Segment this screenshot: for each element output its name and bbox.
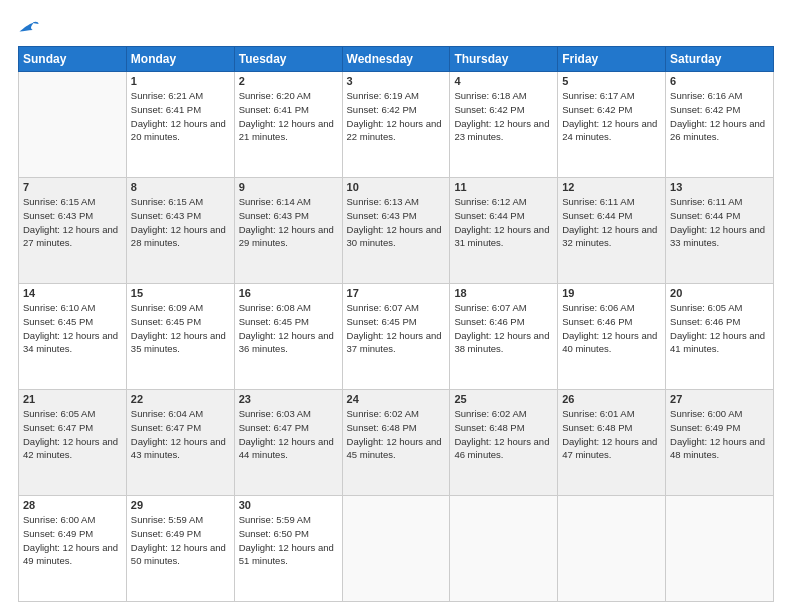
calendar-cell: 8 Sunrise: 6:15 AM Sunset: 6:43 PM Dayli… <box>126 178 234 284</box>
sunrise-label: Sunrise: 6:03 AM <box>239 408 311 419</box>
day-info: Sunrise: 6:21 AM Sunset: 6:41 PM Dayligh… <box>131 89 230 144</box>
calendar-cell: 21 Sunrise: 6:05 AM Sunset: 6:47 PM Dayl… <box>19 390 127 496</box>
day-info: Sunrise: 6:00 AM Sunset: 6:49 PM Dayligh… <box>23 513 122 568</box>
day-number: 30 <box>239 499 338 511</box>
day-info: Sunrise: 6:15 AM Sunset: 6:43 PM Dayligh… <box>23 195 122 250</box>
sunrise-label: Sunrise: 6:21 AM <box>131 90 203 101</box>
week-row-4: 21 Sunrise: 6:05 AM Sunset: 6:47 PM Dayl… <box>19 390 774 496</box>
sunrise-label: Sunrise: 6:13 AM <box>347 196 419 207</box>
day-info: Sunrise: 6:10 AM Sunset: 6:45 PM Dayligh… <box>23 301 122 356</box>
day-number: 9 <box>239 181 338 193</box>
day-number: 15 <box>131 287 230 299</box>
day-number: 1 <box>131 75 230 87</box>
day-number: 11 <box>454 181 553 193</box>
calendar-cell: 20 Sunrise: 6:05 AM Sunset: 6:46 PM Dayl… <box>666 284 774 390</box>
daylight-label: Daylight: 12 hours and 37 minutes. <box>347 330 442 355</box>
sunset-label: Sunset: 6:42 PM <box>562 104 632 115</box>
sunset-label: Sunset: 6:43 PM <box>131 210 201 221</box>
calendar-cell: 25 Sunrise: 6:02 AM Sunset: 6:48 PM Dayl… <box>450 390 558 496</box>
sunset-label: Sunset: 6:45 PM <box>23 316 93 327</box>
calendar-cell <box>19 72 127 178</box>
day-number: 8 <box>131 181 230 193</box>
sunset-label: Sunset: 6:43 PM <box>239 210 309 221</box>
calendar-cell: 4 Sunrise: 6:18 AM Sunset: 6:42 PM Dayli… <box>450 72 558 178</box>
sunrise-label: Sunrise: 6:17 AM <box>562 90 634 101</box>
day-info: Sunrise: 5:59 AM Sunset: 6:49 PM Dayligh… <box>131 513 230 568</box>
daylight-label: Daylight: 12 hours and 38 minutes. <box>454 330 549 355</box>
day-number: 14 <box>23 287 122 299</box>
daylight-label: Daylight: 12 hours and 40 minutes. <box>562 330 657 355</box>
day-info: Sunrise: 6:14 AM Sunset: 6:43 PM Dayligh… <box>239 195 338 250</box>
daylight-label: Daylight: 12 hours and 30 minutes. <box>347 224 442 249</box>
daylight-label: Daylight: 12 hours and 27 minutes. <box>23 224 118 249</box>
sunrise-label: Sunrise: 6:00 AM <box>23 514 95 525</box>
sunrise-label: Sunrise: 6:09 AM <box>131 302 203 313</box>
sunrise-label: Sunrise: 6:04 AM <box>131 408 203 419</box>
calendar-cell: 13 Sunrise: 6:11 AM Sunset: 6:44 PM Dayl… <box>666 178 774 284</box>
daylight-label: Daylight: 12 hours and 47 minutes. <box>562 436 657 461</box>
calendar-cell: 17 Sunrise: 6:07 AM Sunset: 6:45 PM Dayl… <box>342 284 450 390</box>
sunset-label: Sunset: 6:47 PM <box>131 422 201 433</box>
sunset-label: Sunset: 6:50 PM <box>239 528 309 539</box>
sunset-label: Sunset: 6:49 PM <box>670 422 740 433</box>
day-number: 20 <box>670 287 769 299</box>
calendar-cell: 11 Sunrise: 6:12 AM Sunset: 6:44 PM Dayl… <box>450 178 558 284</box>
daylight-label: Daylight: 12 hours and 31 minutes. <box>454 224 549 249</box>
sunset-label: Sunset: 6:41 PM <box>131 104 201 115</box>
logo <box>18 18 44 36</box>
day-info: Sunrise: 6:07 AM Sunset: 6:45 PM Dayligh… <box>347 301 446 356</box>
daylight-label: Daylight: 12 hours and 34 minutes. <box>23 330 118 355</box>
weekday-wednesday: Wednesday <box>342 47 450 72</box>
sunrise-label: Sunrise: 6:11 AM <box>670 196 742 207</box>
sunrise-label: Sunrise: 6:20 AM <box>239 90 311 101</box>
day-number: 29 <box>131 499 230 511</box>
calendar-cell: 2 Sunrise: 6:20 AM Sunset: 6:41 PM Dayli… <box>234 72 342 178</box>
day-info: Sunrise: 6:19 AM Sunset: 6:42 PM Dayligh… <box>347 89 446 144</box>
sunrise-label: Sunrise: 6:02 AM <box>454 408 526 419</box>
calendar-cell: 10 Sunrise: 6:13 AM Sunset: 6:43 PM Dayl… <box>342 178 450 284</box>
day-info: Sunrise: 6:02 AM Sunset: 6:48 PM Dayligh… <box>454 407 553 462</box>
weekday-tuesday: Tuesday <box>234 47 342 72</box>
calendar-cell: 9 Sunrise: 6:14 AM Sunset: 6:43 PM Dayli… <box>234 178 342 284</box>
page: SundayMondayTuesdayWednesdayThursdayFrid… <box>0 0 792 612</box>
logo-bird-icon <box>18 18 40 36</box>
daylight-label: Daylight: 12 hours and 50 minutes. <box>131 542 226 567</box>
sunrise-label: Sunrise: 6:02 AM <box>347 408 419 419</box>
sunrise-label: Sunrise: 6:15 AM <box>23 196 95 207</box>
calendar-cell <box>342 496 450 602</box>
sunrise-label: Sunrise: 6:06 AM <box>562 302 634 313</box>
sunset-label: Sunset: 6:43 PM <box>23 210 93 221</box>
weekday-header-row: SundayMondayTuesdayWednesdayThursdayFrid… <box>19 47 774 72</box>
sunset-label: Sunset: 6:49 PM <box>23 528 93 539</box>
weekday-thursday: Thursday <box>450 47 558 72</box>
day-info: Sunrise: 6:16 AM Sunset: 6:42 PM Dayligh… <box>670 89 769 144</box>
calendar-cell: 3 Sunrise: 6:19 AM Sunset: 6:42 PM Dayli… <box>342 72 450 178</box>
calendar-cell <box>450 496 558 602</box>
sunset-label: Sunset: 6:46 PM <box>670 316 740 327</box>
sunset-label: Sunset: 6:44 PM <box>454 210 524 221</box>
sunrise-label: Sunrise: 6:01 AM <box>562 408 634 419</box>
daylight-label: Daylight: 12 hours and 33 minutes. <box>670 224 765 249</box>
weekday-friday: Friday <box>558 47 666 72</box>
daylight-label: Daylight: 12 hours and 42 minutes. <box>23 436 118 461</box>
sunset-label: Sunset: 6:42 PM <box>670 104 740 115</box>
day-number: 6 <box>670 75 769 87</box>
calendar-cell: 19 Sunrise: 6:06 AM Sunset: 6:46 PM Dayl… <box>558 284 666 390</box>
daylight-label: Daylight: 12 hours and 45 minutes. <box>347 436 442 461</box>
day-number: 17 <box>347 287 446 299</box>
sunset-label: Sunset: 6:43 PM <box>347 210 417 221</box>
calendar-cell: 26 Sunrise: 6:01 AM Sunset: 6:48 PM Dayl… <box>558 390 666 496</box>
week-row-5: 28 Sunrise: 6:00 AM Sunset: 6:49 PM Dayl… <box>19 496 774 602</box>
day-number: 3 <box>347 75 446 87</box>
day-number: 16 <box>239 287 338 299</box>
day-number: 4 <box>454 75 553 87</box>
calendar-cell <box>558 496 666 602</box>
day-info: Sunrise: 6:02 AM Sunset: 6:48 PM Dayligh… <box>347 407 446 462</box>
day-number: 7 <box>23 181 122 193</box>
daylight-label: Daylight: 12 hours and 44 minutes. <box>239 436 334 461</box>
sunset-label: Sunset: 6:48 PM <box>562 422 632 433</box>
daylight-label: Daylight: 12 hours and 46 minutes. <box>454 436 549 461</box>
sunset-label: Sunset: 6:46 PM <box>454 316 524 327</box>
day-info: Sunrise: 6:13 AM Sunset: 6:43 PM Dayligh… <box>347 195 446 250</box>
sunset-label: Sunset: 6:46 PM <box>562 316 632 327</box>
